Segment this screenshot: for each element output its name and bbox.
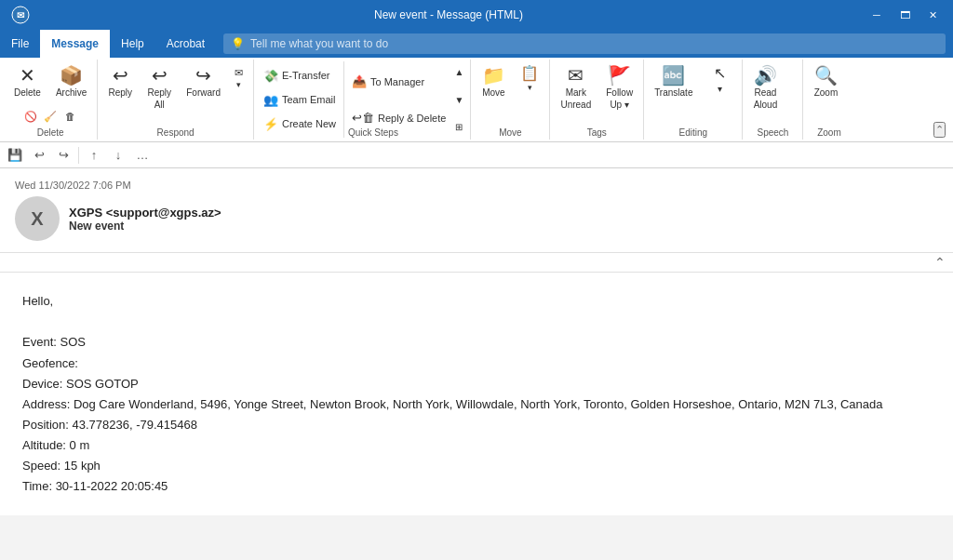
sender-info: XGPS <support@xgps.az> New event bbox=[69, 206, 221, 233]
lightbulb-icon: 💡 bbox=[231, 37, 245, 50]
more-toolbar-button[interactable]: … bbox=[131, 145, 154, 166]
flag-icon: 🚩 bbox=[608, 66, 631, 85]
to-manager-step[interactable]: 📤 To Manager bbox=[346, 72, 451, 92]
e-transfer-step[interactable]: 💸 E-Transfer bbox=[258, 65, 342, 86]
delete-group-label: Delete bbox=[7, 126, 93, 138]
team-email-step[interactable]: 👥 Team Email bbox=[258, 89, 342, 110]
body-line-event: Event: SOS bbox=[22, 332, 931, 353]
manager-icon: 📤 bbox=[352, 74, 367, 88]
create-new-step[interactable]: ⚡ Create New bbox=[258, 113, 342, 134]
speech-group-label: Speech bbox=[746, 126, 799, 138]
body-line-geofence: Geofence: bbox=[22, 353, 931, 374]
body-line-address: Address: Dog Care Wonderland, 5496, Yong… bbox=[22, 394, 931, 415]
zoom-group: 🔍 Zoom Zoom bbox=[803, 60, 854, 140]
envelope-icon: ✉ bbox=[235, 66, 243, 79]
forward-button[interactable]: ↪ Forward bbox=[180, 61, 227, 103]
quick-steps-group: 💸 E-Transfer 👥 Team Email ⚡ Create New bbox=[254, 60, 471, 140]
email-date: Wed 11/30/2022 7:06 PM bbox=[15, 180, 938, 191]
clean-icon: 🧹 bbox=[44, 110, 57, 123]
body-line-speed: Speed: 15 kph bbox=[22, 456, 931, 476]
move-icon: 📁 bbox=[482, 66, 505, 85]
reply-delete-icon: ↩🗑 bbox=[352, 111, 374, 125]
tags-group: ✉ MarkUnread 🚩 FollowUp ▾ Tags bbox=[550, 60, 644, 140]
body-line-time: Time: 30-11-2022 20:05:45 bbox=[22, 476, 931, 497]
reply-all-icon: ↩ bbox=[152, 66, 168, 85]
menu-bar: File Message Help Acrobat 💡 bbox=[0, 30, 953, 58]
read-aloud-button[interactable]: 🔊 ReadAloud bbox=[746, 61, 784, 115]
zoom-button[interactable]: 🔍 Zoom bbox=[807, 61, 844, 103]
menu-message[interactable]: Message bbox=[40, 30, 110, 58]
zoom-icon: 🔍 bbox=[814, 66, 838, 85]
save-icon: 💾 bbox=[7, 148, 22, 162]
respond-group-label: Respond bbox=[101, 126, 249, 138]
junk-button[interactable]: 🗑 bbox=[60, 107, 79, 126]
team-icon: 👥 bbox=[263, 93, 278, 107]
menu-help[interactable]: Help bbox=[110, 30, 155, 58]
restore-button[interactable]: 🗖 bbox=[892, 6, 918, 24]
quicksteps-expand[interactable]: ⊞ bbox=[451, 118, 466, 136]
editing-group-label: Editing bbox=[648, 126, 738, 138]
follow-up-button[interactable]: 🚩 FollowUp ▾ bbox=[599, 61, 639, 115]
forward-icon: ↪ bbox=[195, 66, 211, 85]
undo-toolbar-button[interactable]: ↩ bbox=[28, 145, 50, 166]
up-arrow-icon: ↑ bbox=[91, 148, 98, 162]
search-input[interactable] bbox=[250, 37, 938, 50]
minimize-button[interactable]: ─ bbox=[864, 6, 890, 24]
quick-access-toolbar: 💾 ↩ ↪ ↑ ↓ … bbox=[0, 142, 953, 168]
window-title: New event - Message (HTML) bbox=[34, 8, 864, 21]
body-line-device: Device: SOS GOTOP bbox=[22, 374, 931, 394]
save-toolbar-button[interactable]: 💾 bbox=[4, 145, 26, 166]
editing-group: 🔤 Translate ↖ ▾ Editing bbox=[644, 60, 743, 140]
up-toolbar-button[interactable]: ↑ bbox=[83, 145, 105, 166]
delete-button[interactable]: ✕ Delete bbox=[7, 61, 47, 103]
speaker-icon: 🔊 bbox=[754, 66, 777, 85]
toolbar-separator bbox=[78, 147, 79, 164]
header-collapse-row: ⌃ bbox=[0, 253, 953, 273]
body-line-blank1 bbox=[22, 312, 931, 332]
mark-unread-icon: ✉ bbox=[568, 66, 584, 85]
reply-all-button[interactable]: ↩ ReplyAll bbox=[141, 61, 178, 115]
move-button[interactable]: 📁 Move bbox=[475, 61, 512, 103]
quicksteps-scroll-up[interactable]: ▲ bbox=[451, 63, 466, 81]
redo-toolbar-button[interactable]: ↪ bbox=[52, 145, 74, 166]
translate-button[interactable]: 🔤 Translate bbox=[648, 61, 699, 103]
body-line-altitude: Altitude: 0 m bbox=[22, 435, 931, 456]
junk-icon: 🗑 bbox=[65, 110, 75, 123]
close-button[interactable]: ✕ bbox=[919, 6, 946, 24]
speech-group: 🔊 ReadAloud Speech bbox=[743, 60, 803, 140]
email-body: Hello, Event: SOS Geofence: Device: SOS … bbox=[0, 273, 953, 515]
more-respond-button[interactable]: ✉ ▾ bbox=[229, 61, 249, 96]
reply-button[interactable]: ↩ Reply bbox=[101, 61, 139, 103]
collapse-header-button[interactable]: ⌃ bbox=[934, 255, 946, 270]
cursor-icon: ↖ bbox=[714, 66, 726, 81]
select-button[interactable]: ↖ ▾ bbox=[701, 61, 738, 100]
window-controls: ─ 🗖 ✕ bbox=[864, 6, 946, 24]
archive-icon: 📦 bbox=[60, 66, 83, 85]
move-group-label: Move bbox=[475, 126, 545, 138]
ribbon: ✕ Delete 📦 Archive 🚫 bbox=[0, 58, 953, 142]
ribbon-collapse-button[interactable]: ⌃ bbox=[933, 122, 946, 138]
zoom-group-label: Zoom bbox=[807, 126, 851, 138]
tags-group-label: Tags bbox=[554, 126, 639, 138]
clean-up-button[interactable]: 🧹 bbox=[41, 107, 60, 126]
ignore-button[interactable]: 🚫 bbox=[21, 107, 40, 126]
down-toolbar-button[interactable]: ↓ bbox=[107, 145, 129, 166]
mark-unread-button[interactable]: ✉ MarkUnread bbox=[554, 61, 597, 115]
transfer-icon: 💸 bbox=[263, 69, 278, 83]
quick-steps-label: Quick Steps bbox=[348, 126, 398, 138]
delete-icon: ✕ bbox=[20, 66, 35, 85]
quicksteps-scroll-down[interactable]: ▼ bbox=[451, 91, 466, 109]
email-subject: New event bbox=[69, 220, 221, 233]
lightning-icon: ⚡ bbox=[263, 117, 278, 131]
move-group: 📁 Move 📋 ▾ Move bbox=[471, 60, 550, 140]
copy-button[interactable]: 📋 ▾ bbox=[514, 61, 545, 99]
search-box[interactable]: 💡 bbox=[223, 33, 946, 54]
body-line-hello: Hello, bbox=[22, 291, 931, 312]
email-header: Wed 11/30/2022 7:06 PM X XGPS <support@x… bbox=[0, 168, 953, 253]
redo-icon: ↪ bbox=[59, 148, 69, 162]
menu-acrobat[interactable]: Acrobat bbox=[155, 30, 216, 58]
menu-file[interactable]: File bbox=[0, 30, 40, 58]
archive-button[interactable]: 📦 Archive bbox=[49, 61, 93, 103]
svg-text:✉: ✉ bbox=[17, 10, 25, 20]
respond-group: ↩ Reply ↩ ReplyAll ↪ Forward ✉ ▾ Respond bbox=[98, 60, 254, 140]
